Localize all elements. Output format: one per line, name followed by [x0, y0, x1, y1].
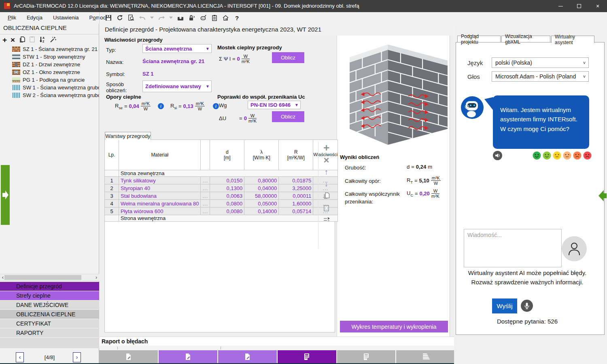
calculation-report-button-active[interactable]	[278, 350, 336, 363]
col-r[interactable]: R[m²K/W]	[279, 140, 313, 170]
save-icon[interactable]	[104, 14, 112, 22]
undo-menu-icon[interactable]	[150, 14, 154, 22]
paste-layer-icon[interactable]	[323, 204, 330, 213]
import-icon[interactable]	[176, 14, 184, 22]
reorder-layers-icon[interactable]	[323, 217, 330, 224]
microphone-icon[interactable]	[521, 300, 533, 312]
scroll-right-icon[interactable]: ›	[94, 274, 99, 281]
report-edit-button-3[interactable]	[218, 350, 277, 363]
temperature-chart-button[interactable]: Wykres temperatury i wykroplenia	[340, 321, 448, 332]
menu-plik[interactable]: Plik	[2, 12, 21, 23]
delete-layer-icon[interactable]: ×	[323, 156, 329, 165]
chevron-down-icon[interactable]: ▼	[204, 47, 211, 51]
menu-edycja[interactable]: Edycja	[21, 12, 48, 23]
tree-item-dz1[interactable]: DZ 1 - Drzwi zewnętrzne	[0, 61, 99, 68]
material-picker-button[interactable]: ...	[201, 192, 210, 200]
sposob-select[interactable]: Zdefiniowane warstwy▼	[142, 80, 212, 92]
speaker-icon[interactable]	[493, 151, 502, 160]
chevron-down-icon[interactable]: ▼	[293, 103, 300, 107]
table-row[interactable]: 4Wełna mineralna granulowana 80...0,0800…	[105, 200, 338, 207]
symbol-value[interactable]: SZ 1	[142, 71, 153, 77]
assistant-robot-icon[interactable]	[199, 14, 207, 22]
table-row[interactable]: 1Tynk silikatowy...0,01500,800000,01875.…	[105, 177, 338, 184]
typ-select[interactable]: Ściana zewnętrzna▼	[142, 44, 212, 53]
neutral-icon[interactable]	[553, 151, 561, 160]
col-material[interactable]: Materiał	[119, 140, 201, 170]
nazwa-value[interactable]: Ściana zewnętrzna gr. 21	[142, 58, 204, 64]
report-edit-button-1[interactable]	[99, 350, 158, 363]
sort-icon[interactable]: AZ	[39, 36, 46, 44]
col-lp[interactable]: Lp.	[105, 140, 119, 170]
undo-icon[interactable]	[138, 14, 146, 22]
report-splitter[interactable]	[100, 346, 454, 350]
wizard-wand-icon[interactable]	[49, 36, 56, 44]
copy-layer-icon[interactable]	[323, 192, 330, 201]
send-button[interactable]: Wyślij	[492, 298, 517, 313]
prev-page-button[interactable]: ‹	[16, 352, 24, 362]
home-export-icon[interactable]	[222, 14, 229, 22]
maximize-button[interactable]	[570, 0, 588, 12]
tree-item-pg1[interactable]: PG 1 - Podłoga na gruncie	[0, 76, 99, 84]
minimize-button[interactable]	[551, 0, 570, 12]
very-sad-icon[interactable]	[583, 151, 592, 160]
next-page-button[interactable]: ›	[73, 352, 81, 362]
chevron-down-icon[interactable]: ˅	[580, 60, 588, 65]
help-icon[interactable]: ?	[233, 14, 241, 22]
report-edit-button-2[interactable]	[159, 350, 217, 363]
tree-item-sz1[interactable]: SZ 1 - Ściana zewnętrzna gr. 21 cm	[0, 45, 99, 53]
nav-dane-wejsciowe[interactable]: DANE WEJŚCIOWE	[0, 301, 99, 309]
meh-icon[interactable]	[563, 151, 571, 160]
table-row[interactable]: 2Styropian 40...0,13000,040003,25000...	[105, 184, 338, 192]
refresh-icon[interactable]	[116, 14, 123, 22]
close-button[interactable]: ×	[588, 0, 607, 12]
copy-partition-icon[interactable]	[19, 36, 25, 44]
tab-wirtualny-asystent[interactable]: Wirtualny asystent	[551, 36, 594, 43]
material-picker-button[interactable]: ...	[201, 177, 210, 184]
add-partition-icon[interactable]: +	[2, 36, 7, 44]
tree-item-oz1[interactable]: OZ 1 - Okno zewnętrzne	[0, 68, 99, 76]
tab-warstwy-przegrody[interactable]: Warstwy przegrody	[105, 132, 151, 140]
very-happy-icon[interactable]	[533, 151, 541, 160]
sad-icon[interactable]	[573, 151, 582, 160]
expand-panel-handle[interactable]	[598, 187, 607, 204]
tree-item-sw1[interactable]: SW 1 - Ściana wewnętrzna grubość	[0, 84, 99, 91]
language-select[interactable]: polski (Polska)˅	[492, 57, 589, 68]
chevron-down-icon[interactable]: ▼	[204, 84, 211, 89]
tab-podglad-projektu[interactable]: Podgląd projektu	[457, 36, 501, 42]
permissions-lock-icon[interactable]	[188, 14, 195, 22]
nav-definicje-przegrod[interactable]: Definicje przegród	[0, 282, 99, 291]
energy-label-button-1[interactable]	[396, 350, 455, 363]
tree-item-stw1[interactable]: STW 1 - Strop wewnętrzny	[0, 53, 99, 61]
material-picker-button[interactable]: ...	[201, 207, 210, 215]
redo-icon[interactable]	[157, 14, 165, 22]
tab-wizualizacja-gbxml[interactable]: Wizualizacja gbXML	[501, 36, 550, 42]
table-row[interactable]: 5Płyta wiórowa 600...0,00800,140000,0571…	[105, 207, 338, 215]
collapse-panel-handle[interactable]	[1, 165, 10, 225]
table-row[interactable]: 3Stal budowlana...0,006358,000000,00011.…	[105, 192, 338, 200]
print-preview-icon[interactable]	[127, 14, 135, 22]
message-input[interactable]	[464, 229, 562, 267]
calculation-report-button[interactable]	[337, 350, 396, 363]
move-layer-up-icon[interactable]: ↑	[325, 168, 329, 176]
happy-icon[interactable]	[543, 151, 551, 160]
voice-select[interactable]: Microsoft Adam - Polish (Poland˅	[492, 71, 589, 82]
add-layer-icon[interactable]: +	[323, 143, 329, 152]
move-layer-down-icon[interactable]: ↓	[325, 180, 329, 188]
material-picker-button[interactable]: ...	[201, 200, 210, 207]
nav-horizontal-scrollbar[interactable]: ‹ ›	[0, 274, 99, 281]
nav-strefy-cieplne[interactable]: Strefy cieplne	[0, 291, 99, 300]
nav-raporty[interactable]: RAPORTY	[0, 328, 99, 337]
material-picker-button[interactable]: ...	[201, 184, 210, 192]
bridge-calc-button[interactable]: Oblicz	[272, 52, 304, 63]
info-icon[interactable]: i	[158, 103, 164, 109]
corrections-calc-button[interactable]: Oblicz	[272, 111, 304, 122]
scrollbar-thumb[interactable]	[4, 275, 81, 280]
paste-partition-icon[interactable]	[29, 36, 35, 44]
col-d[interactable]: d[m]	[210, 140, 244, 170]
col-lambda[interactable]: λ[W/m·K]	[244, 140, 279, 170]
standard-select[interactable]: PN-EN ISO 6946▼	[248, 101, 301, 109]
nav-obliczenia-cieplne[interactable]: OBLICZENIA CIEPLNE	[0, 310, 99, 319]
nav-certyfikat[interactable]: CERTYFIKAT	[0, 319, 99, 328]
info-icon[interactable]: i	[213, 103, 219, 109]
report-list-icon[interactable]	[210, 14, 218, 22]
